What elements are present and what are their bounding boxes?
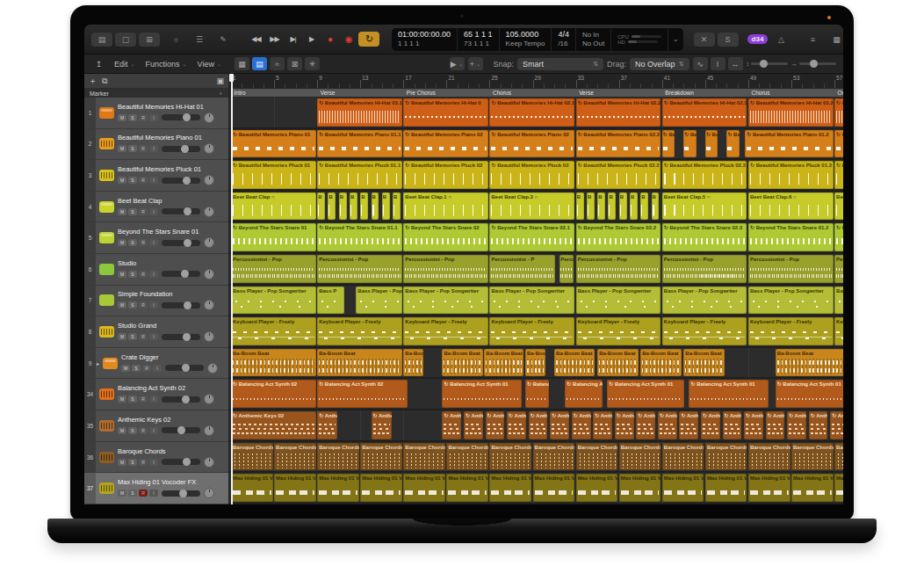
- master-solo-button[interactable]: S: [718, 33, 739, 47]
- volume-slider[interactable]: [162, 271, 200, 277]
- region[interactable]: Keyboard Player - Freely: [489, 317, 574, 345]
- playhead[interactable]: [231, 74, 233, 504]
- region[interactable]: ↻ Beautiful Memories Piano 02: [403, 130, 488, 158]
- region[interactable]: Beet Beat Clap.6 ∩: [748, 192, 834, 221]
- region[interactable]: Percussionist - Pop: [576, 255, 661, 283]
- region[interactable]: Ba-Boom Beat: [484, 349, 523, 377]
- region[interactable]: Bass Player - Pop Songwriter: [403, 287, 488, 315]
- volume-slider[interactable]: [162, 302, 200, 308]
- region[interactable]: B: [608, 192, 616, 221]
- region[interactable]: ↻ Beautiful Memories Piano 02: [489, 130, 574, 158]
- region[interactable]: Ba-Boom Beat: [442, 349, 482, 377]
- mute-button[interactable]: M: [118, 145, 126, 152]
- marker-chorus[interactable]: Chorus: [748, 89, 835, 97]
- region[interactable]: Bass Player - Pop Songwriter: [489, 287, 574, 315]
- region[interactable]: Keyboard Player - Freely: [403, 317, 488, 345]
- region[interactable]: ↻ Beautiful Memories Pluck 01.1: [317, 161, 402, 189]
- region[interactable]: ↻ Anthe: [464, 411, 483, 439]
- region[interactable]: ↻ Anthe: [442, 411, 461, 439]
- region[interactable]: ↻ Be: [662, 130, 675, 158]
- region[interactable]: B: [619, 192, 627, 221]
- solo-button[interactable]: S: [128, 271, 137, 278]
- region[interactable]: Bass Pla: [834, 287, 843, 315]
- volume-slider[interactable]: [162, 240, 200, 246]
- record-enable-button[interactable]: R: [139, 333, 148, 340]
- region[interactable]: Keyboard Player - Freely: [317, 317, 402, 345]
- pan-knob[interactable]: [204, 394, 214, 404]
- track-header-5[interactable]: 5Beyond The Stars Snare 01MSRI: [84, 222, 228, 254]
- region[interactable]: Max Hiding 01 V: [317, 474, 359, 502]
- region[interactable]: Max Hiding 01 V: [231, 474, 273, 502]
- flex-button[interactable]: ✳: [305, 57, 320, 70]
- volume-slider[interactable]: [162, 334, 200, 340]
- region[interactable]: Baroque Chords: [791, 443, 834, 471]
- region[interactable]: Ba-Boo: [525, 349, 545, 377]
- region[interactable]: ↻ Be: [683, 130, 696, 158]
- input-monitor-button[interactable]: I: [149, 490, 158, 497]
- record-enable-button[interactable]: R: [139, 427, 148, 434]
- region[interactable]: B: [640, 192, 648, 221]
- region[interactable]: B: [350, 192, 357, 221]
- track-header-1[interactable]: 1Beautiful Memories Hi-Hat 01MSRI: [84, 98, 228, 129]
- marker-verse[interactable]: Verse: [318, 89, 405, 97]
- region[interactable]: Keyboar: [834, 317, 843, 345]
- mute-button[interactable]: M: [118, 459, 126, 466]
- region[interactable]: Bass P: [317, 287, 343, 315]
- region[interactable]: Max Hiding 01 V: [576, 474, 618, 502]
- mute-button[interactable]: M: [118, 427, 126, 434]
- region[interactable]: ↻ Anthe: [636, 411, 655, 439]
- solo-button[interactable]: S: [128, 427, 137, 434]
- crossfade-button[interactable]: ⊠: [287, 57, 302, 70]
- record-enable-button[interactable]: R: [139, 459, 148, 466]
- region[interactable]: ↻ Beautiful Memories Hi-Hat 02.2: [576, 98, 661, 127]
- region[interactable]: ↻ Anthe: [658, 411, 677, 439]
- region[interactable]: ↻ Anthe: [507, 411, 526, 439]
- region[interactable]: Baroque Chords: [360, 443, 402, 471]
- playhead-handle[interactable]: [229, 74, 234, 82]
- note-pads-icon[interactable]: ▦: [826, 33, 843, 47]
- track-header-7[interactable]: 7Simple FoundationMSRI: [84, 286, 228, 317]
- region[interactable]: Max Hiding 01 V: [705, 474, 747, 502]
- pan-knob[interactable]: [204, 488, 214, 498]
- volume-knob[interactable]: [183, 333, 191, 341]
- update-badge[interactable]: d34: [747, 34, 769, 44]
- menu-view[interactable]: View⌄: [193, 58, 226, 70]
- volume-knob[interactable]: [184, 207, 191, 215]
- region[interactable]: Keyboard Player - Freely: [662, 317, 747, 345]
- region[interactable]: ↻ Balancing Act Synth 01: [442, 380, 522, 408]
- region[interactable]: ↻ Beyond The Stars Snare 02.1: [489, 223, 574, 251]
- region[interactable]: ↻ Anthe: [809, 411, 828, 439]
- mute-button[interactable]: M: [118, 395, 126, 403]
- region[interactable]: Max Hiding 01 V: [274, 474, 316, 502]
- track-header-2[interactable]: 2Beautiful Memories Piano 01MSRI: [84, 129, 228, 161]
- region[interactable]: ↻ Be: [726, 130, 739, 158]
- add-marker-button[interactable]: ＋: [218, 90, 223, 98]
- region[interactable]: Baroque Chords: [662, 443, 704, 471]
- region[interactable]: Baroque Chords: [619, 443, 661, 471]
- track-header-9[interactable]: 9▸Crate DiggerMSRI: [84, 348, 228, 380]
- volume-knob[interactable]: [183, 458, 191, 466]
- solo-button[interactable]: S: [128, 395, 137, 403]
- region[interactable]: ↻ Anthe: [550, 411, 569, 439]
- pan-knob[interactable]: [204, 331, 214, 342]
- input-monitor-button[interactable]: I: [153, 365, 162, 372]
- volume-slider[interactable]: [162, 396, 200, 403]
- region[interactable]: B: [393, 192, 401, 221]
- region[interactable]: B: [587, 192, 595, 221]
- grid-button[interactable]: ▦: [235, 57, 249, 70]
- cycle-button[interactable]: ↻: [358, 32, 379, 47]
- volume-slider[interactable]: [165, 365, 204, 371]
- waveform-zoom-icon[interactable]: ∿: [693, 57, 708, 70]
- mute-button[interactable]: M: [118, 177, 126, 184]
- record-enable-button[interactable]: R: [139, 301, 148, 308]
- vertical-auto-zoom-icon[interactable]: I: [711, 57, 725, 70]
- region[interactable]: ↻ Beautiful Memories Hi-Hat 0: [403, 98, 488, 127]
- nudge-icon[interactable]: ↥: [91, 57, 106, 70]
- region[interactable]: ↻ Balancing Act Synth 02: [317, 380, 408, 408]
- region[interactable]: ↻ Anthe: [572, 411, 591, 439]
- region[interactable]: Max Hiding 01 V: [533, 474, 575, 502]
- library-toggle-icon[interactable]: ▤: [91, 33, 112, 47]
- add-track-button[interactable]: ＋: [89, 76, 97, 87]
- region[interactable]: ↻ Anthe: [723, 411, 742, 439]
- solo-button[interactable]: S: [128, 490, 137, 497]
